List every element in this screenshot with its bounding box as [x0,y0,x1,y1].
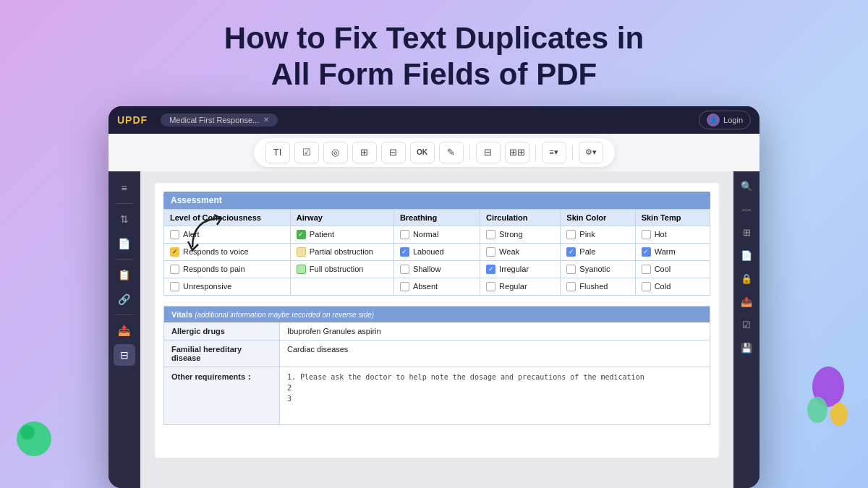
circulation-checkbox-regular[interactable] [486,282,495,291]
grid-tool-button[interactable]: ⊞⊞ [505,142,529,163]
skincolor-option-syanotic[interactable]: Syanotic [566,263,629,275]
skincolor-checkbox-pale[interactable]: ✓ [566,247,576,257]
vitals-value-other[interactable]: 1. Please ask the doctor to help note th… [280,367,710,424]
text-tool-button[interactable]: TI [265,142,290,163]
settings-tool-button[interactable]: ⚙▾ [579,142,603,163]
breathing-option-normal[interactable]: Normal [400,228,474,241]
breathing-checkbox-absent[interactable] [400,282,409,291]
breathing-option-laboued[interactable]: ✓ Laboued [400,246,474,258]
flatten-tool-button[interactable]: ⊟ [476,142,501,163]
loc-checkbox-responds-voice[interactable]: ✓ [170,247,179,257]
user-avatar-icon: 👤 [707,114,720,127]
skincolor-option-pink[interactable]: Pink [566,228,629,241]
breathing-cell-2: ✓ Laboued [393,243,480,260]
loc-checkbox-alert[interactable] [170,230,179,239]
circulation-checkbox-irregular[interactable]: ✓ [486,265,495,274]
circulation-checkbox-weak[interactable] [486,247,495,257]
active-tab[interactable]: Medical First Response... ✕ [161,114,278,127]
skincolor-checkbox-pink[interactable] [566,230,576,239]
skintemp-label-cold: Cold [655,282,671,291]
sidebar-link-icon[interactable]: 🔗 [114,288,135,310]
skintemp-checkbox-hot[interactable] [642,230,651,239]
vitals-value-allergic[interactable]: Ibuprofen Granules aspirin [280,322,710,340]
rsb-save-icon[interactable]: 💾 [737,339,756,358]
loc-option-responds-voice[interactable]: ✓ Responds to voice [170,246,284,258]
loc-label-responds-voice: Responds to voice [183,247,249,256]
airway-checkbox-partial[interactable] [297,247,306,257]
rsb-zoom-out-icon[interactable]: — [737,200,756,219]
breathing-checkbox-normal[interactable] [400,230,409,239]
radio-tool-button[interactable]: ◎ [323,142,348,163]
airway-checkbox-patient[interactable]: ✓ [297,230,306,239]
circulation-option-strong[interactable]: Strong [486,228,554,241]
ok-tool-button[interactable]: OK [410,142,435,163]
airway-option-full[interactable]: Full obstruction [297,263,388,275]
circulation-cell-1: Strong [480,226,561,243]
circulation-option-regular[interactable]: Regular [486,281,554,293]
loc-checkbox-unresponsive[interactable] [170,282,179,291]
right-sidebar: 🔍 — ⊞ 📄 🔒 📤 ☑ 💾 [733,171,760,488]
circulation-option-irregular[interactable]: ✓ Irregular [486,263,554,275]
vitals-textarea-other[interactable]: 1. Please ask the doctor to help note th… [287,372,702,419]
skincolor-label-flushed: Flushed [579,282,608,291]
skintemp-option-cold[interactable]: Cold [642,281,704,293]
loc-checkbox-responds-pain[interactable] [170,265,179,274]
sidebar-separator [116,203,133,204]
skintemp-option-warm[interactable]: ✓ Warm [642,246,704,258]
sidebar-menu-icon[interactable]: ≡ [114,177,135,199]
rsb-zoom-in-icon[interactable]: ⊞ [737,223,756,242]
close-tab-icon[interactable]: ✕ [263,116,269,124]
sidebar-page-icon[interactable]: 📄 [114,233,135,254]
breathing-checkbox-shallow[interactable] [400,265,409,274]
sign-tool-button[interactable]: ✎ [439,142,464,163]
skincolor-option-pale[interactable]: ✓ Pale [566,246,629,258]
skintemp-option-hot[interactable]: Hot [642,228,704,241]
rsb-check-icon[interactable]: ☑ [737,316,756,335]
checkbox-tool-button[interactable]: ☑ [294,142,319,163]
skincolor-option-flushed[interactable]: Flushed [566,281,629,293]
vitals-value-familial[interactable]: Cardiac diseases [280,341,710,367]
airway-option-partial[interactable]: Partial obstruction [297,246,388,258]
sidebar-clip-icon[interactable]: 📋 [114,264,135,286]
skin-color-cell-1: Pink [561,226,635,243]
skincolor-checkbox-flushed[interactable] [566,282,576,291]
skintemp-option-cool[interactable]: Cool [642,263,704,275]
align-tool-button[interactable]: ≡▾ [542,142,566,163]
rsb-share-icon[interactable]: 📤 [737,293,756,312]
skintemp-checkbox-cool[interactable] [642,265,651,274]
circulation-checkbox-strong[interactable] [486,230,495,239]
sidebar-export-icon[interactable]: 📤 [114,320,135,341]
sidebar-form-icon[interactable]: ⊟ [114,344,135,366]
loc-option-unresponsive[interactable]: Unresponsive [170,281,284,293]
rsb-lock-icon[interactable]: 🔒 [737,270,756,288]
airway-checkbox-full[interactable] [297,265,306,274]
breathing-option-absent[interactable]: Absent [400,281,474,293]
circulation-label-weak: Weak [499,247,519,256]
circulation-option-weak[interactable]: Weak [486,246,554,258]
airway-cell-4 [290,278,393,295]
skintemp-checkbox-cold[interactable] [642,282,651,291]
list-tool-button[interactable]: ⊟ [381,142,406,163]
rsb-page-icon[interactable]: 📄 [737,247,756,265]
skintemp-checkbox-warm[interactable]: ✓ [642,247,651,257]
sidebar-sort-icon[interactable]: ⇅ [114,208,135,230]
vitals-section: Vitals (additional information maybe rec… [163,306,710,425]
breathing-checkbox-laboued[interactable]: ✓ [400,247,409,257]
rsb-search-icon[interactable]: 🔍 [737,177,756,196]
document-area[interactable]: Assessment Level of Consciousness Airway… [140,171,733,488]
breathing-label-shallow: Shallow [413,265,441,273]
loc-option-responds-pain[interactable]: Responds to pain [170,263,284,275]
loc-option-alert[interactable]: Alert [170,228,284,241]
col-header-breathing: Breathing [393,209,480,226]
assessment-header: Assessment [163,192,710,209]
skincolor-checkbox-syanotic[interactable] [566,265,576,274]
breathing-option-shallow[interactable]: Shallow [400,263,474,275]
airway-cell-2: Partial obstruction [290,243,393,260]
combo-tool-button[interactable]: ⊞ [352,142,377,163]
circulation-label-irregular: Irregular [499,265,529,273]
login-button[interactable]: 👤 Login [699,111,751,129]
airway-option-patient[interactable]: ✓ Patient [297,228,388,241]
airway-label-partial: Partial obstruction [310,247,373,256]
toolbar: TI ☑ ◎ ⊞ ⊟ OK ✎ ⊟ ⊞⊞ ≡▾ ⚙▾ [254,138,615,167]
airway-label-full: Full obstruction [310,265,364,273]
